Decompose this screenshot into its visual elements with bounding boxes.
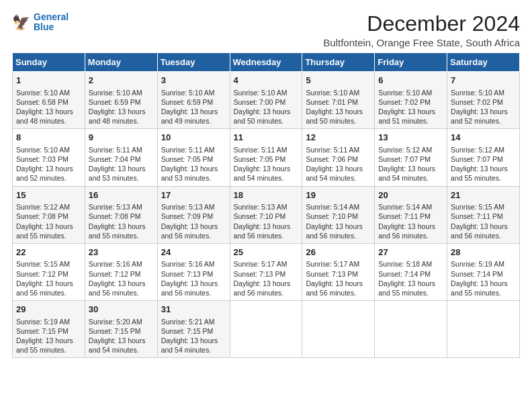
day-number: 3	[161, 75, 226, 87]
day-number: 15	[16, 189, 81, 201]
sunrise-text: Sunrise: 5:10 AM	[234, 88, 299, 97]
day-number: 23	[89, 246, 154, 259]
header: 🦅 General Blue December 2024 Bultfontein…	[12, 12, 520, 48]
sunrise-text: Sunrise: 5:17 AM	[306, 259, 371, 269]
sunrise-text: Sunrise: 5:16 AM	[89, 259, 154, 269]
daylight-text: Daylight: 13 hours and 53 minutes.	[161, 164, 226, 183]
daylight-text: Daylight: 13 hours and 54 minutes.	[378, 164, 443, 183]
daylight-text: Daylight: 13 hours and 56 minutes.	[161, 222, 226, 240]
daylight-text: Daylight: 13 hours and 55 minutes.	[451, 164, 516, 183]
sunrise-text: Sunrise: 5:20 AM	[89, 317, 154, 326]
calendar-day-cell: 24Sunrise: 5:16 AMSunset: 7:13 PMDayligh…	[157, 243, 230, 300]
calendar-day-cell: 30Sunrise: 5:20 AMSunset: 7:15 PMDayligh…	[85, 301, 157, 358]
day-number: 11	[234, 132, 299, 144]
sunset-text: Sunset: 7:14 PM	[451, 269, 516, 279]
calendar-day-cell: 31Sunrise: 5:21 AMSunset: 7:15 PMDayligh…	[157, 301, 230, 358]
daylight-text: Daylight: 13 hours and 53 minutes.	[89, 164, 154, 183]
daylight-text: Daylight: 13 hours and 55 minutes.	[16, 222, 81, 240]
daylight-text: Daylight: 13 hours and 54 minutes.	[161, 336, 226, 355]
sunrise-text: Sunrise: 5:10 AM	[451, 88, 516, 97]
sunrise-text: Sunrise: 5:10 AM	[16, 88, 81, 97]
day-number: 22	[16, 246, 81, 259]
sunset-text: Sunset: 7:12 PM	[89, 269, 154, 279]
day-number: 31	[161, 304, 226, 316]
sunrise-text: Sunrise: 5:15 AM	[451, 202, 516, 212]
sunset-text: Sunset: 7:08 PM	[89, 212, 154, 221]
sunset-text: Sunset: 7:05 PM	[161, 154, 226, 164]
daylight-text: Daylight: 13 hours and 50 minutes.	[234, 107, 299, 126]
calendar-week-row: 8Sunrise: 5:10 AMSunset: 7:03 PMDaylight…	[13, 129, 520, 186]
calendar-day-cell	[375, 301, 447, 358]
sunrise-text: Sunrise: 5:12 AM	[16, 202, 81, 212]
logo-icon: 🦅	[12, 13, 31, 32]
calendar-week-row: 1Sunrise: 5:10 AMSunset: 6:58 PMDaylight…	[13, 72, 520, 129]
svg-text:🦅: 🦅	[12, 13, 31, 32]
sunset-text: Sunset: 7:02 PM	[378, 97, 443, 107]
sunrise-text: Sunrise: 5:13 AM	[89, 202, 154, 212]
day-number: 20	[378, 189, 443, 201]
sunset-text: Sunset: 7:01 PM	[306, 97, 371, 107]
daylight-text: Daylight: 13 hours and 48 minutes.	[16, 107, 81, 126]
calendar-day-cell: 29Sunrise: 5:19 AMSunset: 7:15 PMDayligh…	[13, 301, 85, 358]
day-number: 1	[16, 75, 81, 87]
calendar-day-cell: 9Sunrise: 5:11 AMSunset: 7:04 PMDaylight…	[85, 129, 157, 186]
sunrise-text: Sunrise: 5:11 AM	[306, 145, 371, 154]
sunrise-text: Sunrise: 5:19 AM	[451, 259, 516, 269]
day-number: 19	[306, 189, 371, 201]
day-number: 27	[378, 246, 443, 259]
logo-blue: Blue	[34, 22, 69, 32]
sunrise-text: Sunrise: 5:10 AM	[89, 88, 154, 97]
daylight-text: Daylight: 13 hours and 52 minutes.	[16, 164, 81, 183]
sunset-text: Sunset: 7:15 PM	[161, 326, 226, 336]
sunset-text: Sunset: 7:02 PM	[451, 97, 516, 107]
calendar-day-cell: 22Sunrise: 5:15 AMSunset: 7:12 PMDayligh…	[13, 243, 85, 300]
calendar-day-cell: 5Sunrise: 5:10 AMSunset: 7:01 PMDaylight…	[302, 72, 375, 129]
daylight-text: Daylight: 13 hours and 56 minutes.	[306, 279, 371, 298]
daylight-text: Daylight: 13 hours and 54 minutes.	[89, 336, 154, 355]
daylight-text: Daylight: 13 hours and 55 minutes.	[89, 222, 154, 240]
day-number: 12	[306, 132, 371, 144]
calendar-day-cell: 20Sunrise: 5:14 AMSunset: 7:11 PMDayligh…	[375, 186, 447, 243]
sunset-text: Sunset: 7:00 PM	[234, 97, 299, 107]
day-number: 9	[89, 132, 154, 144]
calendar-week-row: 15Sunrise: 5:12 AMSunset: 7:08 PMDayligh…	[13, 186, 520, 243]
sunset-text: Sunset: 7:13 PM	[161, 269, 226, 279]
day-number: 21	[451, 189, 516, 201]
calendar-day-cell: 17Sunrise: 5:13 AMSunset: 7:09 PMDayligh…	[157, 186, 230, 243]
day-of-week-header: Sunday	[13, 53, 85, 72]
sunset-text: Sunset: 7:07 PM	[451, 154, 516, 164]
main-title: December 2024	[323, 12, 520, 36]
sunset-text: Sunset: 7:11 PM	[378, 212, 443, 221]
daylight-text: Daylight: 13 hours and 56 minutes.	[16, 279, 81, 298]
sunset-text: Sunset: 7:12 PM	[16, 269, 81, 279]
day-number: 6	[378, 75, 443, 87]
day-of-week-header: Tuesday	[157, 53, 230, 72]
daylight-text: Daylight: 13 hours and 50 minutes.	[306, 107, 371, 126]
calendar-day-cell	[302, 301, 375, 358]
calendar-day-cell: 7Sunrise: 5:10 AMSunset: 7:02 PMDaylight…	[447, 72, 520, 129]
day-number: 5	[306, 75, 371, 87]
day-number: 14	[451, 132, 516, 144]
calendar-day-cell: 19Sunrise: 5:14 AMSunset: 7:10 PMDayligh…	[302, 186, 375, 243]
day-number: 10	[161, 132, 226, 144]
sunrise-text: Sunrise: 5:14 AM	[306, 202, 371, 212]
day-of-week-header: Saturday	[447, 53, 520, 72]
sunrise-text: Sunrise: 5:16 AM	[161, 259, 226, 269]
sunset-text: Sunset: 7:03 PM	[16, 154, 81, 164]
daylight-text: Daylight: 13 hours and 56 minutes.	[161, 279, 226, 298]
calendar-day-cell: 12Sunrise: 5:11 AMSunset: 7:06 PMDayligh…	[302, 129, 375, 186]
day-number: 26	[306, 246, 371, 259]
sunrise-text: Sunrise: 5:11 AM	[234, 145, 299, 154]
calendar-day-cell: 27Sunrise: 5:18 AMSunset: 7:14 PMDayligh…	[375, 243, 447, 300]
day-number: 13	[378, 132, 443, 144]
day-number: 7	[451, 75, 516, 87]
daylight-text: Daylight: 13 hours and 55 minutes.	[451, 279, 516, 298]
calendar-day-cell	[447, 301, 520, 358]
sunset-text: Sunset: 7:13 PM	[234, 269, 299, 279]
sunrise-text: Sunrise: 5:10 AM	[378, 88, 443, 97]
day-number: 16	[89, 189, 154, 201]
sunset-text: Sunset: 7:05 PM	[234, 154, 299, 164]
sunset-text: Sunset: 7:15 PM	[89, 326, 154, 336]
logo-text: General Blue	[34, 12, 69, 33]
daylight-text: Daylight: 13 hours and 56 minutes.	[89, 279, 154, 298]
